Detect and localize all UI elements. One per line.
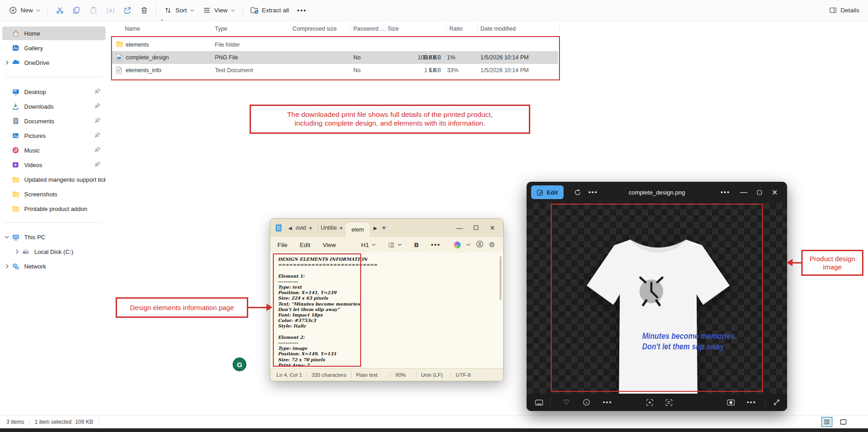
chevron-right-icon[interactable] — [2, 264, 11, 269]
sidebar-item-onedrive[interactable]: OneDrive — [2, 56, 106, 69]
maximize-icon[interactable] — [751, 185, 767, 199]
sidebar-item-network[interactable]: Network — [2, 259, 106, 273]
encoding[interactable]: UTF-8 — [456, 372, 471, 378]
notepad-window: ◀ ovid Untitle elem ▶ + — ✕ File Edit Vi… — [270, 218, 504, 381]
notepad-editor[interactable]: DESIGN ELEMENTS INFORMATION=============… — [270, 253, 503, 368]
photos-titlebar[interactable]: Edit ••• complete_design.png ••• — ✕ — [527, 182, 787, 203]
photos-more-right-button[interactable]: ••• — [718, 185, 733, 199]
toolbar-more-button[interactable]: ••• — [293, 4, 311, 17]
file-size: 1 KB — [386, 64, 441, 77]
tab-elements-info-active[interactable]: elem — [346, 222, 370, 237]
file-row-elements[interactable]: elements File folder — [112, 38, 558, 51]
column-header-password[interactable]: Password ... — [353, 26, 385, 32]
menu-file[interactable]: File — [277, 242, 288, 248]
sort-button[interactable]: Sort — [160, 3, 198, 17]
account-icon[interactable] — [476, 240, 484, 249]
column-header-ratio[interactable]: Ratio — [449, 26, 463, 32]
sidebar-item-downloads[interactable]: Downloads — [2, 100, 106, 113]
column-header-date-modified[interactable]: Date modified — [480, 26, 516, 32]
new-button[interactable]: New — [5, 3, 44, 17]
fullscreen-icon[interactable] — [770, 395, 783, 409]
list-format-dropdown[interactable] — [388, 242, 402, 248]
menu-edit[interactable]: Edit — [300, 242, 310, 248]
paste-button[interactable] — [85, 3, 102, 17]
close-icon[interactable]: ✕ — [490, 224, 495, 232]
notepad-titlebar[interactable]: ◀ ovid Untitle elem ▶ + — ✕ — [270, 219, 503, 237]
column-header-size[interactable]: Size — [388, 26, 399, 32]
rotate-icon[interactable] — [570, 185, 586, 199]
sidebar-item-documents[interactable]: Documents — [2, 114, 106, 128]
tab-scroll-right-icon[interactable]: ▶ — [373, 226, 377, 231]
heading-style-dropdown[interactable]: H1 — [361, 242, 376, 248]
column-header-type[interactable]: Type — [215, 26, 227, 32]
details-view-toggle[interactable] — [821, 417, 832, 427]
sidebar-item-local-disk-c[interactable]: Local Disk (C:) — [2, 245, 106, 258]
rename-button[interactable] — [102, 3, 119, 17]
chevron-right-icon[interactable] — [2, 60, 11, 65]
tab-ovid[interactable]: ovid — [296, 225, 306, 231]
sidebar-item-pictures[interactable]: Pictures — [2, 129, 106, 142]
copilot-icon[interactable] — [454, 242, 461, 248]
file-row-complete-design[interactable]: complete_design PNG File 109 KB No 110 K… — [112, 51, 558, 64]
grammarly-icon[interactable]: G — [233, 358, 246, 371]
thumbnail-view-toggle[interactable] — [838, 417, 849, 427]
edit-button[interactable]: Edit — [531, 185, 564, 199]
cut-button[interactable] — [51, 3, 68, 17]
visual-search-icon[interactable] — [643, 395, 656, 409]
format-more-button[interactable]: ••• — [431, 241, 441, 248]
details-pane-icon — [829, 6, 837, 15]
copy-button[interactable] — [68, 3, 85, 17]
sidebar-item-updated-mangento-support-ticket[interactable]: Updated mangento support ticket — [2, 173, 106, 186]
info-icon[interactable] — [580, 395, 593, 409]
column-header-compressed-size[interactable]: Compressed size — [293, 26, 337, 32]
sidebar-item-this-pc[interactable]: This PC — [2, 230, 106, 244]
settings-gear-icon[interactable]: ⚙ — [489, 241, 495, 249]
sidebar-item-gallery[interactable]: Gallery — [2, 41, 106, 55]
sidebar-separator — [5, 77, 101, 77]
maximize-icon[interactable] — [474, 224, 479, 232]
image-viewer-canvas[interactable]: Minutes become memories. Don't let them … — [527, 203, 787, 394]
details-pane-button[interactable]: Details — [825, 3, 863, 17]
sidebar-item-music[interactable]: Music — [2, 143, 106, 157]
document-mode[interactable]: Plain text — [356, 372, 378, 378]
chevron-down-icon[interactable] — [2, 236, 11, 239]
sidebar-item-printable-product-addon[interactable]: Printable product addon — [2, 202, 106, 216]
view-button[interactable]: View — [198, 3, 239, 17]
rename-icon — [106, 6, 115, 15]
sidebar-item-home[interactable]: Home — [2, 26, 106, 40]
toolbar-more-icon[interactable]: ••• — [601, 395, 614, 409]
menu-view[interactable]: View — [323, 242, 336, 248]
character-count: 335 characters — [312, 372, 346, 378]
share-button[interactable] — [119, 3, 136, 17]
videos-icon — [11, 161, 20, 169]
photos-more-left-button[interactable]: ••• — [586, 185, 601, 199]
tab-untitled[interactable]: Untitle — [321, 225, 337, 231]
favorite-heart-icon[interactable]: ♡ — [559, 395, 573, 409]
sidebar-item-desktop[interactable]: Desktop — [2, 85, 106, 99]
file-row-elements-info[interactable]: elements_info Text Document 1 KB No 1 KB… — [112, 64, 558, 77]
minimize-icon[interactable]: — — [456, 224, 463, 232]
network-icon — [11, 262, 20, 270]
sidebar-item-videos[interactable]: Videos — [2, 158, 106, 172]
background-blur-icon[interactable] — [724, 395, 738, 409]
line-ending[interactable]: Unix (LF) — [421, 372, 442, 378]
close-icon[interactable]: ✕ — [767, 185, 783, 199]
zoom-level[interactable]: 90% — [395, 372, 406, 378]
arrow-right-icon — [266, 304, 272, 311]
extract-all-button[interactable]: Extract all — [246, 3, 293, 17]
new-tab-button[interactable]: + — [382, 223, 386, 232]
chevron-down-icon[interactable] — [466, 243, 470, 246]
toolbar-more2-icon[interactable]: ••• — [745, 395, 758, 409]
filmstrip-icon[interactable] — [532, 395, 546, 409]
sidebar-item-label: Music — [24, 147, 40, 154]
sidebar-item-screenshots[interactable]: Screenshots — [2, 187, 106, 201]
new-button-label: New — [21, 7, 33, 14]
delete-button[interactable] — [136, 3, 153, 17]
text-actions-icon[interactable] — [662, 395, 676, 409]
tab-scroll-left-icon[interactable]: ◀ — [288, 226, 292, 231]
bold-button[interactable]: B — [414, 242, 419, 248]
editor-scrollbar[interactable] — [500, 256, 501, 300]
column-header-name[interactable]: Name — [125, 26, 140, 32]
minimize-icon[interactable]: — — [736, 185, 751, 199]
chevron-right-icon[interactable] — [12, 249, 21, 254]
